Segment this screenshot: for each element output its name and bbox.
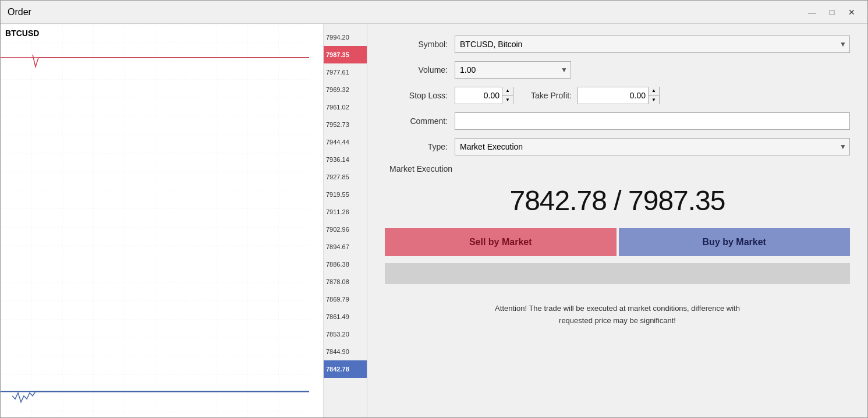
form-panel: Symbol: BTCUSD, Bitcoin ▼ Volume: 1.00 ▼ — [367, 24, 867, 417]
take-profit-spin: ▲ ▼ — [648, 87, 659, 104]
ask-price: 7987.35 — [628, 185, 725, 216]
close-button[interactable]: ✕ — [843, 5, 860, 19]
execution-type-label: Market Execution — [387, 164, 452, 173]
title-bar: Order — □ ✕ — [1, 1, 867, 24]
price-axis: 7994.20 7987.35 7977.61 7969.32 7961.02 … — [323, 24, 367, 417]
stop-loss-input[interactable]: 0.00 — [455, 91, 502, 100]
price-7902: 7902.96 — [324, 221, 367, 238]
symbol-select[interactable]: BTCUSD, Bitcoin — [455, 36, 850, 53]
price-chart — [1, 24, 309, 417]
stop-loss-label: Stop Loss: — [385, 91, 455, 100]
chart-panel: BTCUSD — [1, 24, 367, 417]
price-7911: 7911.26 — [324, 203, 367, 221]
volume-dropdown-wrapper: 1.00 ▼ — [455, 61, 571, 79]
attention-text: Attention! The trade will be executed at… — [385, 303, 850, 327]
chart-symbol: BTCUSD — [5, 29, 39, 38]
order-window: Order — □ ✕ BTCUSD — [0, 0, 868, 418]
stop-loss-input-wrapper: 0.00 ▲ ▼ — [455, 87, 513, 104]
price-7853: 7853.20 — [324, 325, 367, 343]
action-buttons: Sell by Market Buy by Market — [385, 228, 850, 256]
price-7944: 7944.44 — [324, 133, 367, 151]
main-content: BTCUSD — [1, 24, 867, 417]
price-7987: 7987.35 — [324, 46, 367, 63]
comment-label: Comment: — [385, 116, 455, 126]
sell-by-market-button[interactable]: Sell by Market — [385, 228, 617, 256]
price-7878: 7878.08 — [324, 273, 367, 291]
bid-price: 7842.78 — [509, 185, 607, 216]
price-7927: 7927.85 — [324, 168, 367, 186]
symbol-row: Symbol: BTCUSD, Bitcoin ▼ — [385, 36, 850, 53]
maximize-button[interactable]: □ — [823, 5, 841, 19]
svg-rect-0 — [1, 24, 309, 417]
volume-row: Volume: 1.00 ▼ — [385, 61, 850, 79]
window-controls: — □ ✕ — [803, 5, 860, 19]
type-select[interactable]: Market Execution — [455, 138, 850, 155]
stop-loss-decrement[interactable]: ▼ — [502, 95, 513, 105]
price-7844: 7844.90 — [324, 343, 367, 360]
attention-message: Attention! The trade will be executed at… — [495, 304, 740, 325]
price-7952: 7952.73 — [324, 116, 367, 133]
buy-by-market-button[interactable]: Buy by Market — [619, 228, 851, 256]
type-label: Type: — [385, 142, 455, 151]
price-7969: 7969.32 — [324, 81, 367, 98]
symbol-dropdown-wrapper: BTCUSD, Bitcoin ▼ — [455, 36, 850, 53]
price-7961: 7961.02 — [324, 98, 367, 116]
comment-row: Comment: — [385, 112, 850, 130]
price-7994: 7994.20 — [324, 29, 367, 46]
price-7936: 7936.14 — [324, 151, 367, 168]
stop-loss-spin: ▲ ▼ — [502, 87, 513, 104]
stop-loss-take-profit-row: Stop Loss: 0.00 ▲ ▼ Take Profit: 0.00 ▲ … — [385, 87, 850, 104]
cancel-button[interactable] — [385, 263, 850, 284]
volume-label: Volume: — [385, 65, 455, 75]
cancel-row — [385, 263, 850, 293]
take-profit-input[interactable]: 0.00 — [578, 91, 648, 100]
take-profit-label: Take Profit: — [531, 91, 572, 100]
type-row: Type: Market Execution ▼ — [385, 138, 850, 155]
take-profit-increment[interactable]: ▲ — [649, 87, 659, 95]
price-7919: 7919.55 — [324, 186, 367, 203]
price-7869: 7869.79 — [324, 291, 367, 308]
price-7842: 7842.78 — [324, 360, 367, 378]
take-profit-input-wrapper: 0.00 ▲ ▼ — [578, 87, 660, 104]
type-dropdown-wrapper: Market Execution ▼ — [455, 138, 850, 155]
execution-label-row: Market Execution — [385, 164, 850, 174]
stop-loss-increment[interactable]: ▲ — [502, 87, 513, 95]
take-profit-decrement[interactable]: ▼ — [649, 95, 659, 105]
volume-select[interactable]: 1.00 — [455, 61, 571, 79]
price-7861: 7861.49 — [324, 308, 367, 325]
comment-input[interactable] — [455, 112, 850, 130]
price-7977: 7977.61 — [324, 63, 367, 81]
prices-display: 7842.78 / 7987.35 — [385, 185, 850, 217]
price-7886: 7886.38 — [324, 256, 367, 273]
price-separator: / — [607, 185, 628, 216]
symbol-label: Symbol: — [385, 40, 455, 49]
window-title: Order — [8, 7, 803, 17]
minimize-button[interactable]: — — [803, 5, 821, 19]
chart-area: BTCUSD — [1, 24, 309, 417]
price-7894: 7894.67 — [324, 238, 367, 256]
